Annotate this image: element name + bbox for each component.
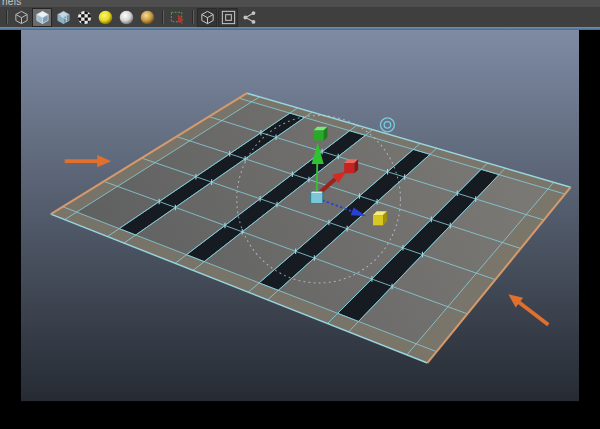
viewport-toolbar: nels	[0, 0, 600, 27]
isolate-select-icon[interactable]	[167, 8, 187, 27]
smooth-shaded-display-icon[interactable]	[32, 8, 52, 27]
wireframe-on-shaded-icon[interactable]	[197, 8, 217, 27]
toolbar-separator	[160, 9, 165, 25]
all-lights-icon[interactable]	[95, 8, 115, 27]
smooth-shaded-display-icon	[34, 9, 51, 26]
input-connections-icon[interactable]	[239, 8, 259, 27]
xray-display-icon	[220, 9, 237, 26]
center-handle[interactable]	[311, 191, 323, 203]
textured-display-icon[interactable]	[53, 8, 73, 27]
menu-strip: nels	[0, 0, 600, 7]
use-default-material-icon	[76, 9, 93, 26]
wireframe-on-shaded-icon	[199, 9, 216, 26]
input-connections-icon	[241, 9, 258, 26]
textured-display-icon	[55, 9, 72, 26]
default-lighting-icon	[118, 9, 135, 26]
flat-lighting-icon	[139, 9, 156, 26]
toolbar-separator	[190, 9, 195, 25]
toolbar-grip	[4, 9, 9, 25]
flat-lighting-icon[interactable]	[137, 8, 157, 27]
xray-display-icon[interactable]	[218, 8, 238, 27]
isolate-select-icon	[169, 9, 186, 26]
wireframe-display-icon	[13, 9, 30, 26]
all-lights-icon	[97, 9, 114, 26]
menu-text-fragment: nels	[2, 0, 22, 7]
use-default-material-icon[interactable]	[74, 8, 94, 27]
viewport-3d[interactable]	[0, 30, 600, 429]
scene-canvas[interactable]	[0, 30, 600, 429]
toolbar-icon-row	[0, 7, 600, 27]
default-lighting-icon[interactable]	[116, 8, 136, 27]
wireframe-display-icon[interactable]	[11, 8, 31, 27]
